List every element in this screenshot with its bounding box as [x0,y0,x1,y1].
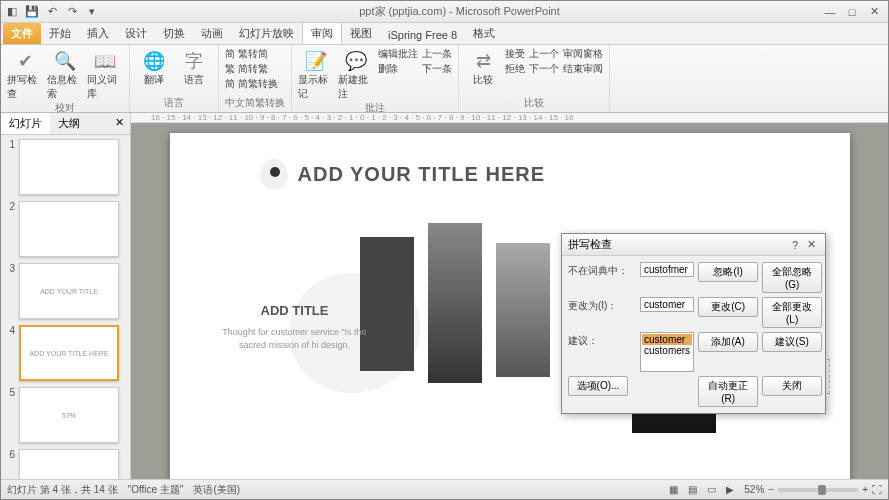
ignore-all-button[interactable]: 全部忽略(G) [762,262,822,293]
not-in-dict-input[interactable] [640,262,694,277]
thumb-2[interactable]: 2 [5,201,126,257]
thesaurus-icon: 📖 [93,49,117,73]
window-title: ppt家 (pptjia.com) - Microsoft PowerPoint [99,4,820,19]
help-icon[interactable]: ? [787,239,803,251]
tab-slideshow[interactable]: 幻灯片放映 [231,23,302,44]
view-sorter-icon[interactable]: ▤ [688,484,697,495]
zoom-slider[interactable] [778,488,858,492]
end-review-button[interactable]: 结束审阅 [563,62,603,76]
tab-format[interactable]: 格式 [465,23,503,44]
tab-transitions[interactable]: 切换 [155,23,193,44]
photo-3[interactable] [496,243,550,377]
suggestion-item[interactable]: customer [642,334,692,345]
thumb-4[interactable]: 4ADD YOUR TITLE HERE [5,325,126,381]
prev-change-button[interactable]: 上一个 [529,47,559,61]
view-slideshow-icon[interactable]: ▶ [726,484,734,495]
slide-title-area[interactable]: ADD YOUR TITLE HERE [260,159,546,189]
spellcheck-dialog[interactable]: 拼写检查 ? ✕ 不在词典中： 忽略(I) 全部忽略(G) 更改为(I)： 更改… [561,233,826,414]
thumb-5[interactable]: 557% [5,387,126,443]
zoom-out-icon[interactable]: − [768,484,774,495]
slides-tab[interactable]: 幻灯片 [1,113,50,134]
review-pane-button[interactable]: 审阅窗格 [563,47,603,61]
undo-icon[interactable]: ↶ [45,5,59,19]
markup-icon: 📝 [304,49,328,73]
close-dialog-button[interactable]: 关闭 [762,376,822,396]
quick-access-toolbar: ◧ 💾 ↶ ↷ ▾ [5,5,99,19]
options-button[interactable]: 选项(O)... [568,376,628,396]
qat-more-icon[interactable]: ▾ [85,5,99,19]
simp-to-trad-button[interactable]: 繁 简转繁 [225,62,278,76]
translate-button[interactable]: 🌐翻译 [136,47,172,87]
accept-button[interactable]: 接受 [505,47,525,61]
status-language[interactable]: 英语(美国) [193,483,240,497]
view-reading-icon[interactable]: ▭ [707,484,716,495]
tab-animations[interactable]: 动画 [193,23,231,44]
compare-button[interactable]: ⇄比较 [465,47,501,87]
tab-ispring[interactable]: iSpring Free 8 [380,26,465,44]
status-theme: "Office 主题" [128,483,184,497]
left-text-block[interactable]: ADD TITLE Thought for customer service "… [210,303,380,351]
side-tabs: 幻灯片 大纲 ✕ [1,113,130,135]
left-paragraph: Thought for customer service "Is the sac… [210,326,380,351]
show-markup-button[interactable]: 📝显示标记 [298,47,334,101]
left-heading: ADD TITLE [210,303,380,318]
tab-review[interactable]: 审阅 [302,22,342,44]
redo-icon[interactable]: ↷ [65,5,79,19]
new-comment-button[interactable]: 💬新建批注 [338,47,374,101]
maximize-button[interactable]: □ [842,5,862,19]
ignore-button[interactable]: 忽略(I) [698,262,758,282]
language-button[interactable]: 字语言 [176,47,212,87]
close-panel-icon[interactable]: ✕ [109,113,130,134]
change-button[interactable]: 更改(C) [698,297,758,317]
thumb-1[interactable]: 1 [5,139,126,195]
change-all-button[interactable]: 全部更改(L) [762,297,822,328]
spellcheck-button[interactable]: ✔拼写检查 [7,47,43,101]
suggest-button[interactable]: 建议(S) [762,332,822,352]
research-button[interactable]: 🔍信息检索 [47,47,83,101]
view-normal-icon[interactable]: ▦ [669,484,678,495]
add-button[interactable]: 添加(A) [698,332,758,352]
zoom-control[interactable]: 52% − + ⛶ [744,484,882,495]
tab-file[interactable]: 文件 [3,23,41,44]
powerpoint-window: ◧ 💾 ↶ ↷ ▾ ppt家 (pptjia.com) - Microsoft … [0,0,889,500]
dialog-titlebar[interactable]: 拼写检查 ? ✕ [562,234,825,256]
suggestion-list[interactable]: customer customers [640,332,694,372]
label-not-in-dict: 不在词典中： [568,262,636,278]
canvas-scroll[interactable]: ADD YOUR TITLE HERE ADD TITLE Thought fo… [131,123,888,479]
photo-2[interactable] [428,223,482,383]
autocorrect-button[interactable]: 自动更正(R) [698,376,758,407]
change-to-input[interactable] [640,297,694,312]
thesaurus-button[interactable]: 📖同义词库 [87,47,123,101]
spellcheck-icon: ✔ [13,49,37,73]
suggestion-item[interactable]: customers [642,345,692,356]
language-icon: 字 [182,49,206,73]
chinese-convert-button[interactable]: 简 简繁转换 [225,77,278,91]
next-change-button[interactable]: 下一个 [529,62,559,76]
next-comment-button[interactable]: 下一条 [422,62,452,76]
statusbar: 幻灯片 第 4 张，共 14 张 "Office 主题" 英语(美国) ▦ ▤ … [1,479,888,499]
tab-view[interactable]: 视图 [342,23,380,44]
reject-button[interactable]: 拒绝 [505,62,525,76]
zoom-fit-icon[interactable]: ⛶ [872,484,882,495]
tab-insert[interactable]: 插入 [79,23,117,44]
label-suggestions: 建议： [568,332,636,348]
titlebar: ◧ 💾 ↶ ↷ ▾ ppt家 (pptjia.com) - Microsoft … [1,1,888,23]
edit-comment-button[interactable]: 编辑批注 [378,47,418,61]
ribbon-tabs: 文件 开始 插入 设计 切换 动画 幻灯片放映 审阅 视图 iSpring Fr… [1,23,888,45]
tab-design[interactable]: 设计 [117,23,155,44]
group-compare: ⇄比较 接受 拒绝 上一个 下一个 审阅窗格 结束审阅 比较 [459,45,610,112]
zoom-in-icon[interactable]: + [862,484,868,495]
save-icon[interactable]: 💾 [25,5,39,19]
thumb-6[interactable]: 6 [5,449,126,479]
outline-tab[interactable]: 大纲 [50,113,88,134]
group-proofing: ✔拼写检查 🔍信息检索 📖同义词库 校对 [1,45,130,112]
thumb-3[interactable]: 3ADD YOUR TITLE [5,263,126,319]
delete-comment-button[interactable]: 删除 [378,62,418,76]
thumbnails[interactable]: 1 2 3ADD YOUR TITLE 4ADD YOUR TITLE HERE… [1,135,130,479]
dialog-close-icon[interactable]: ✕ [803,238,819,251]
close-button[interactable]: ✕ [864,5,884,19]
tab-home[interactable]: 开始 [41,23,79,44]
trad-to-simp-button[interactable]: 简 繁转简 [225,47,278,61]
minimize-button[interactable]: — [820,5,840,19]
prev-comment-button[interactable]: 上一条 [422,47,452,61]
